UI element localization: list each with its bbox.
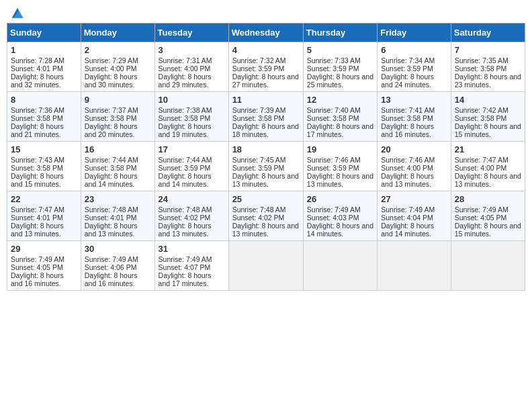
day-number: 29 (11, 244, 77, 254)
sunset-label: Sunset: 4:02 PM (232, 214, 285, 222)
sunset-label: Sunset: 3:58 PM (232, 114, 285, 122)
calendar-table: SundayMondayTuesdayWednesdayThursdayFrid… (7, 23, 525, 291)
day-number: 18 (232, 144, 300, 154)
calendar-cell: 1 Sunrise: 7:28 AM Sunset: 4:01 PM Dayli… (7, 42, 81, 92)
calendar-cell: 31 Sunrise: 7:49 AM Sunset: 4:07 PM Dayl… (154, 241, 228, 291)
logo-icon (11, 7, 24, 20)
day-number: 22 (11, 194, 77, 204)
sunset-label: Sunset: 4:00 PM (455, 164, 507, 172)
daylight-label: Daylight: 8 hours and 14 minutes. (381, 222, 434, 238)
calendar-cell: 4 Sunrise: 7:32 AM Sunset: 3:59 PM Dayli… (228, 42, 303, 92)
sunset-label: Sunset: 4:00 PM (381, 164, 433, 172)
calendar-cell: 6 Sunrise: 7:34 AM Sunset: 3:59 PM Dayli… (378, 42, 451, 92)
daylight-label: Daylight: 8 hours and 19 minutes. (159, 122, 212, 138)
daylight-label: Daylight: 8 hours and 13 minutes. (232, 222, 299, 238)
sunrise-label: Sunrise: 7:38 AM (159, 106, 212, 114)
sunrise-label: Sunrise: 7:29 AM (85, 56, 138, 64)
daylight-label: Daylight: 8 hours and 13 minutes. (159, 222, 212, 238)
sunrise-label: Sunrise: 7:47 AM (455, 156, 508, 164)
calendar-cell: 24 Sunrise: 7:48 AM Sunset: 4:02 PM Dayl… (154, 191, 228, 241)
calendar-cell: 5 Sunrise: 7:33 AM Sunset: 3:59 PM Dayli… (303, 42, 377, 92)
sunset-label: Sunset: 4:03 PM (307, 214, 359, 222)
sunrise-label: Sunrise: 7:43 AM (11, 156, 64, 164)
calendar-cell: 9 Sunrise: 7:37 AM Sunset: 3:58 PM Dayli… (81, 92, 154, 142)
daylight-label: Daylight: 8 hours and 14 minutes. (85, 172, 138, 188)
calendar-cell: 17 Sunrise: 7:44 AM Sunset: 3:59 PM Dayl… (154, 142, 228, 191)
sunset-label: Sunset: 4:07 PM (159, 263, 211, 271)
calendar-week-row: 22 Sunrise: 7:47 AM Sunset: 4:01 PM Dayl… (7, 191, 525, 241)
sunset-label: Sunset: 3:58 PM (307, 114, 359, 122)
calendar-header-row: SundayMondayTuesdayWednesdayThursdayFrid… (7, 24, 525, 42)
sunset-label: Sunset: 3:58 PM (455, 64, 507, 73)
sunrise-label: Sunrise: 7:34 AM (381, 56, 435, 64)
calendar-cell: 14 Sunrise: 7:42 AM Sunset: 3:58 PM Dayl… (451, 92, 525, 142)
sunrise-label: Sunrise: 7:45 AM (232, 156, 286, 164)
daylight-label: Daylight: 8 hours and 29 minutes. (159, 73, 212, 89)
calendar-header-thursday: Thursday (303, 24, 377, 42)
daylight-label: Daylight: 8 hours and 27 minutes. (232, 73, 299, 89)
calendar-cell: 19 Sunrise: 7:46 AM Sunset: 3:59 PM Dayl… (303, 142, 377, 191)
day-number: 2 (85, 45, 151, 55)
sunset-label: Sunset: 4:01 PM (85, 214, 137, 222)
calendar-header-tuesday: Tuesday (154, 24, 228, 42)
sunrise-label: Sunrise: 7:48 AM (85, 205, 138, 214)
sunrise-label: Sunrise: 7:49 AM (85, 255, 138, 263)
daylight-label: Daylight: 8 hours and 14 minutes. (159, 172, 212, 188)
calendar-cell: 22 Sunrise: 7:47 AM Sunset: 4:01 PM Dayl… (7, 191, 81, 241)
sunrise-label: Sunrise: 7:48 AM (232, 205, 286, 214)
sunrise-label: Sunrise: 7:44 AM (85, 156, 138, 164)
calendar-cell: 20 Sunrise: 7:46 AM Sunset: 4:00 PM Dayl… (378, 142, 451, 191)
day-number: 15 (11, 144, 77, 154)
sunset-label: Sunset: 4:05 PM (11, 263, 63, 271)
sunset-label: Sunset: 4:00 PM (159, 64, 211, 73)
day-number: 1 (11, 45, 77, 55)
daylight-label: Daylight: 8 hours and 16 minutes. (11, 271, 64, 287)
calendar-cell: 8 Sunrise: 7:36 AM Sunset: 3:58 PM Dayli… (7, 92, 81, 142)
calendar-cell: 2 Sunrise: 7:29 AM Sunset: 4:00 PM Dayli… (81, 42, 154, 92)
calendar-cell: 21 Sunrise: 7:47 AM Sunset: 4:00 PM Dayl… (451, 142, 525, 191)
sunset-label: Sunset: 3:58 PM (159, 114, 211, 122)
sunrise-label: Sunrise: 7:46 AM (381, 156, 435, 164)
sunrise-label: Sunrise: 7:49 AM (381, 205, 435, 214)
sunset-label: Sunset: 3:59 PM (307, 164, 359, 172)
page-header (7, 7, 525, 17)
calendar-header-wednesday: Wednesday (228, 24, 303, 42)
sunrise-label: Sunrise: 7:40 AM (307, 106, 361, 114)
sunset-label: Sunset: 3:58 PM (85, 114, 137, 122)
calendar-cell (228, 241, 303, 291)
sunrise-label: Sunrise: 7:47 AM (11, 205, 64, 214)
calendar-header-sunday: Sunday (7, 24, 81, 42)
day-number: 14 (455, 95, 521, 105)
sunrise-label: Sunrise: 7:41 AM (381, 106, 435, 114)
calendar-cell: 28 Sunrise: 7:49 AM Sunset: 4:05 PM Dayl… (451, 191, 525, 241)
sunset-label: Sunset: 3:58 PM (381, 114, 433, 122)
calendar-week-row: 15 Sunrise: 7:43 AM Sunset: 3:58 PM Dayl… (7, 142, 525, 191)
day-number: 13 (381, 95, 447, 105)
sunset-label: Sunset: 3:59 PM (307, 64, 359, 73)
calendar-week-row: 8 Sunrise: 7:36 AM Sunset: 3:58 PM Dayli… (7, 92, 525, 142)
sunrise-label: Sunrise: 7:39 AM (232, 106, 286, 114)
day-number: 17 (159, 144, 225, 154)
logo (9, 7, 24, 17)
day-number: 3 (159, 45, 225, 55)
day-number: 19 (307, 144, 373, 154)
daylight-label: Daylight: 8 hours and 32 minutes. (11, 73, 64, 89)
day-number: 23 (85, 194, 151, 204)
sunset-label: Sunset: 4:00 PM (85, 64, 137, 73)
daylight-label: Daylight: 8 hours and 23 minutes. (455, 73, 521, 89)
calendar-cell: 15 Sunrise: 7:43 AM Sunset: 3:58 PM Dayl… (7, 142, 81, 191)
daylight-label: Daylight: 8 hours and 13 minutes. (307, 172, 373, 188)
day-number: 6 (381, 45, 447, 55)
day-number: 20 (381, 144, 447, 154)
calendar-header-monday: Monday (81, 24, 154, 42)
calendar-week-row: 1 Sunrise: 7:28 AM Sunset: 4:01 PM Dayli… (7, 42, 525, 92)
sunset-label: Sunset: 3:58 PM (85, 164, 137, 172)
day-number: 12 (307, 95, 373, 105)
sunrise-label: Sunrise: 7:33 AM (307, 56, 361, 64)
calendar-cell (451, 241, 525, 291)
sunrise-label: Sunrise: 7:49 AM (455, 205, 508, 214)
day-number: 8 (11, 95, 77, 105)
calendar-cell: 27 Sunrise: 7:49 AM Sunset: 4:04 PM Dayl… (378, 191, 451, 241)
sunset-label: Sunset: 3:59 PM (381, 64, 433, 73)
sunset-label: Sunset: 3:58 PM (455, 114, 507, 122)
